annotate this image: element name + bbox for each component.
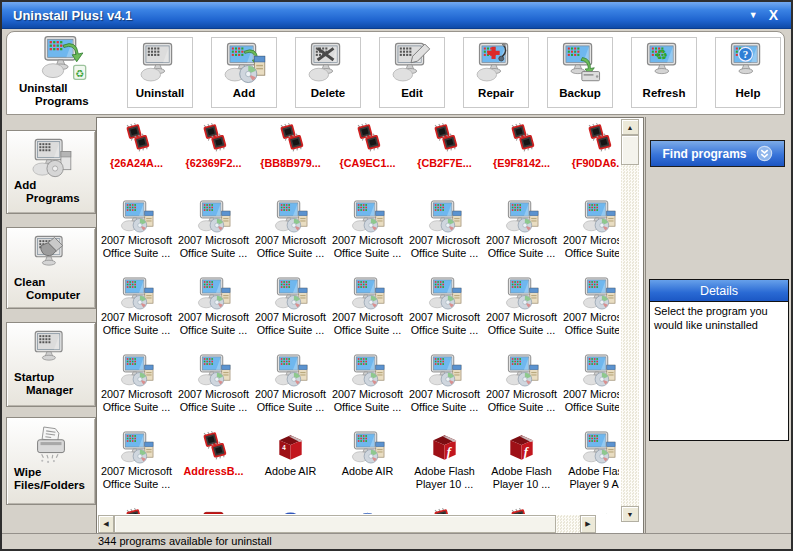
repair-icon	[474, 41, 518, 85]
program-item-label: 2007 Microsoft	[563, 234, 619, 247]
program-item[interactable]: 2007 MicrosoftOffice Suite ...	[252, 273, 329, 350]
toolbar-button-refresh[interactable]: ♻ Refresh	[631, 37, 697, 108]
ring-icon	[273, 507, 308, 514]
program-item[interactable]: Adobe FlashPlayer 9 A...	[560, 427, 619, 504]
toolbar-button-edit[interactable]: Edit	[379, 37, 445, 108]
scroll-left-button[interactable]: ◀	[98, 515, 114, 533]
office-installer-icon	[581, 430, 616, 465]
program-item[interactable]: 2007 MicrosoftOffice Suite ...	[329, 273, 406, 350]
office-installer-icon	[581, 199, 616, 234]
program-item-label: {62369F2...	[186, 157, 242, 170]
scroll-down-button[interactable]: ▼	[621, 506, 639, 522]
program-item[interactable]: 2007 MicrosoftOffice Suite ...	[329, 350, 406, 427]
program-item[interactable]: 2007 MicrosoftOffice Suite ...	[483, 196, 560, 273]
program-item[interactable]: {E9F8142...	[483, 119, 560, 196]
program-item[interactable]: 2007 MicrosoftOffice Suite ...	[252, 196, 329, 273]
program-item-label: 2007 Microsoft	[486, 234, 557, 247]
program-item-label: Office Suite ...	[488, 324, 556, 337]
program-item-label: Office Suite ...	[565, 401, 619, 414]
vertical-scrollbar-thumb[interactable]	[621, 135, 639, 165]
program-item-partial[interactable]	[98, 504, 175, 514]
program-item-label: Office Suite ...	[257, 324, 325, 337]
program-item-label: 2007 Microsoft	[332, 311, 403, 324]
toolbar-button-add[interactable]: Add	[211, 37, 277, 108]
program-item[interactable]: {F90DA6...	[560, 119, 619, 196]
toolbar-button-backup[interactable]: Backup	[547, 37, 613, 108]
program-item[interactable]: 2007 MicrosoftOffice Suite ...	[175, 196, 252, 273]
program-item[interactable]: {BB8B979...	[252, 119, 329, 196]
program-item-partial[interactable]	[252, 504, 329, 514]
program-item[interactable]: AddressB...	[175, 427, 252, 504]
office-installer-icon	[504, 199, 539, 234]
chip-icon	[119, 507, 154, 514]
program-item[interactable]: 2007 MicrosoftOffice Suite ...	[98, 350, 175, 427]
program-item[interactable]: 2007 MicrosoftOffice Suite ...	[98, 273, 175, 350]
toolbar-button-help[interactable]: ? Help	[715, 37, 781, 108]
program-item-partial[interactable]	[406, 504, 483, 514]
sidebar-button-label: Files/Folders	[7, 479, 85, 492]
program-item[interactable]: 2007 MicrosoftOffice Suite ...	[560, 273, 619, 350]
program-item[interactable]: 2007 MicrosoftOffice Suite ...	[406, 350, 483, 427]
sidebar-button-label: Manager	[7, 384, 73, 397]
program-item[interactable]: 2007 MicrosoftOffice Suite ...	[560, 196, 619, 273]
scroll-right-button[interactable]: ▶	[580, 515, 596, 533]
program-item[interactable]: 2007 MicrosoftOffice Suite ...	[175, 273, 252, 350]
program-item[interactable]: {CA9EC1...	[329, 119, 406, 196]
program-item[interactable]: 2007 MicrosoftOffice Suite ...	[560, 350, 619, 427]
office-installer-icon	[427, 353, 462, 388]
details-body: Select the program you would like uninst…	[650, 302, 788, 335]
toolbar-button-label: Add	[233, 87, 255, 99]
titlebar[interactable]: Uninstall Plus! v4.1 ▼ X	[2, 2, 791, 29]
program-item-partial[interactable]	[175, 504, 252, 514]
program-item[interactable]: fAdobe FlashPlayer 10 ...	[406, 427, 483, 504]
program-item[interactable]: 2007 MicrosoftOffice Suite ...	[406, 196, 483, 273]
program-item[interactable]: Adobe AIR	[329, 427, 406, 504]
horizontal-scrollbar[interactable]: ◀ ▶	[98, 515, 596, 533]
program-item-label: 2007 Microsoft	[563, 311, 619, 324]
horizontal-scrollbar-thumb[interactable]	[114, 515, 556, 533]
office-installer-icon	[196, 199, 231, 234]
scroll-up-button[interactable]: ▲	[621, 119, 639, 135]
uninstall-icon	[138, 41, 182, 85]
uninstall-programs-button[interactable]: ♻ Uninstall Programs	[11, 34, 115, 113]
add-icon	[222, 41, 266, 85]
toolbar-button-delete[interactable]: Delete	[295, 37, 361, 108]
status-text: 344 programs available for uninstall	[98, 535, 272, 547]
office-installer-icon	[504, 353, 539, 388]
toolbar-button-label: Repair	[478, 87, 514, 99]
program-item[interactable]: 2007 MicrosoftOffice Suite ...	[175, 350, 252, 427]
program-item-label: Office Suite ...	[257, 401, 325, 414]
program-item[interactable]: {62369F2...	[175, 119, 252, 196]
sidebar-button-wipe[interactable]: Wipe Files/Folders	[6, 417, 96, 505]
program-item[interactable]: fAdobe FlashPlayer 10 ...	[483, 427, 560, 504]
program-item[interactable]: {26A24A...	[98, 119, 175, 196]
program-item[interactable]: 2007 MicrosoftOffice Suite ...	[98, 196, 175, 273]
program-item[interactable]: 2007 MicrosoftOffice Suite ...	[98, 427, 175, 504]
vertical-scrollbar[interactable]: ▲ ▼	[621, 119, 639, 522]
sidebar-button-startup[interactable]: Startup Manager	[6, 322, 96, 407]
office-installer-icon	[350, 430, 385, 465]
program-item-partial[interactable]	[483, 504, 560, 514]
sidebar-button-add[interactable]: Add Programs	[6, 130, 96, 214]
program-item[interactable]: 2007 MicrosoftOffice Suite ...	[483, 350, 560, 427]
program-item-partial[interactable]: A	[329, 504, 406, 514]
program-item[interactable]: 2007 MicrosoftOffice Suite ...	[483, 273, 560, 350]
vertical-scrollbar-track[interactable]	[621, 135, 639, 506]
toolbar-button-repair[interactable]: Repair	[463, 37, 529, 108]
program-item-label: 2007 Microsoft	[486, 388, 557, 401]
sidebar: Add Programs Clean Computer Startup Mana…	[6, 130, 96, 510]
program-item[interactable]: 2007 MicrosoftOffice Suite ...	[406, 273, 483, 350]
find-programs-button[interactable]: Find programs	[650, 140, 785, 167]
program-item[interactable]: {CB2F7E...	[406, 119, 483, 196]
toolbar-button-uninstall[interactable]: Uninstall	[127, 37, 193, 108]
program-item-partial[interactable]	[560, 504, 619, 514]
program-item[interactable]: 2007 MicrosoftOffice Suite ...	[329, 196, 406, 273]
program-item[interactable]: 4Adobe AIR	[252, 427, 329, 504]
program-item[interactable]: 2007 MicrosoftOffice Suite ...	[252, 350, 329, 427]
close-icon[interactable]: X	[769, 7, 778, 23]
sidebar-button-label: Wipe	[7, 466, 41, 479]
program-item-label: Office Suite ...	[103, 324, 171, 337]
sidebar-button-clean[interactable]: Clean Computer	[6, 227, 96, 309]
program-item-label: Office Suite ...	[334, 401, 402, 414]
minimize-icon[interactable]: ▼	[749, 10, 758, 20]
